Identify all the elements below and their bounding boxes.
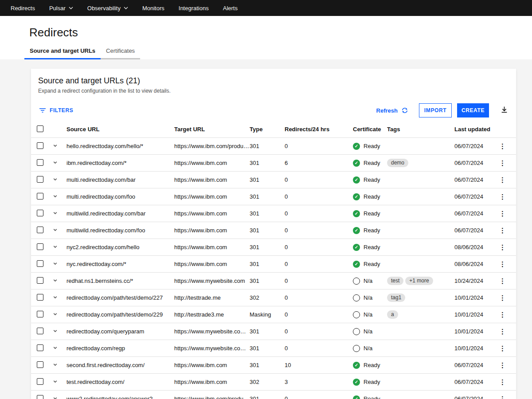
row-checkbox[interactable] [37, 328, 43, 334]
overflow-menu-button[interactable]: ⋮ [497, 243, 509, 251]
overflow-menu-button[interactable]: ⋮ [497, 226, 509, 235]
certificate-cell: Ready [353, 176, 387, 184]
source-url-cell: redirecttoday.com/queryparam [66, 328, 174, 335]
expand-chevron-icon[interactable] [52, 311, 58, 317]
overflow-menu-button[interactable]: ⋮ [497, 260, 509, 268]
row-checkbox[interactable] [37, 210, 43, 216]
download-button[interactable] [500, 105, 509, 116]
source-url-cell: ibm.redirecttoday.com/* [66, 160, 174, 166]
expand-chevron-icon[interactable] [52, 345, 58, 351]
table-row[interactable]: nyc2.redirecttoday.com/hellohttps://www.… [31, 239, 516, 256]
row-checkbox[interactable] [37, 176, 43, 183]
expand-chevron-icon[interactable] [52, 278, 58, 283]
filter-icon [39, 107, 46, 114]
table-row[interactable]: www2.redirecttoday.com/answer?https://ww… [31, 391, 516, 399]
overflow-menu-button[interactable]: ⋮ [497, 293, 509, 302]
refresh-button[interactable]: Refresh [376, 107, 408, 114]
source-url-cell: redirecttoday.com/regp [66, 345, 174, 352]
redirects-cell: 0 [285, 395, 353, 399]
overflow-menu-button[interactable]: ⋮ [497, 209, 509, 218]
nav-item-redirects[interactable]: Redirects [4, 0, 42, 16]
expand-chevron-icon[interactable] [52, 227, 58, 233]
redirects-cell: 0 [285, 278, 353, 284]
expand-chevron-icon[interactable] [52, 176, 58, 182]
certificate-na-icon [353, 328, 360, 335]
certificate-label: Ready [364, 261, 380, 267]
nav-item-pulsar[interactable]: Pulsar [42, 0, 80, 16]
row-checkbox[interactable] [37, 361, 43, 368]
row-checkbox[interactable] [37, 243, 43, 250]
overflow-menu-button[interactable]: ⋮ [497, 395, 509, 399]
table-row[interactable]: redirecttoday.com/path/test/demo/227http… [31, 289, 516, 306]
tab-source-and-target-urls[interactable]: Source and target URLs [24, 43, 101, 59]
import-button[interactable]: IMPORT [419, 103, 452, 117]
row-checkbox[interactable] [37, 294, 43, 301]
nav-item-alerts[interactable]: Alerts [216, 0, 245, 16]
source-url-cell: second.first.redirecttoday.com/ [66, 362, 174, 368]
expand-chevron-icon[interactable] [52, 210, 58, 216]
overflow-menu-button[interactable]: ⋮ [497, 310, 509, 319]
last-updated-cell: 06/07/2024 [454, 395, 494, 399]
row-checkbox[interactable] [37, 378, 43, 385]
row-checkbox[interactable] [37, 344, 43, 351]
source-url-cell: www2.redirecttoday.com/answer? [66, 395, 174, 399]
overflow-menu-button[interactable]: ⋮ [497, 277, 509, 285]
row-checkbox[interactable] [37, 311, 43, 317]
certificate-label: Ready [364, 379, 380, 385]
certificate-cell: Ready [353, 395, 387, 399]
target-url-cell: https://www.ibm.com [174, 362, 250, 368]
expand-chevron-icon[interactable] [52, 193, 58, 199]
expand-chevron-icon[interactable] [52, 328, 58, 334]
type-cell: 301 [250, 328, 285, 335]
nav-item-monitors[interactable]: Monitors [135, 0, 172, 16]
expand-chevron-icon[interactable] [52, 294, 58, 300]
overflow-menu-button[interactable]: ⋮ [497, 344, 509, 352]
overflow-menu-button[interactable]: ⋮ [497, 378, 509, 386]
row-checkbox[interactable] [37, 159, 43, 166]
expand-chevron-icon[interactable] [52, 379, 58, 384]
table-row[interactable]: multiwild.redirecttoday.com/barhttps://w… [31, 205, 516, 222]
expand-chevron-icon[interactable] [52, 261, 58, 266]
table-row[interactable]: ibm.redirecttoday.com/*https://www.ibm.c… [31, 155, 516, 172]
table-row[interactable]: redirecttoday.com/queryparamhttps://www.… [31, 323, 516, 340]
last-updated-cell: 06/07/2024 [454, 210, 494, 217]
filters-button[interactable]: FILTERS [39, 107, 73, 114]
row-checkbox[interactable] [37, 395, 43, 399]
page-title: Redirects [29, 26, 78, 39]
overflow-menu-button[interactable]: ⋮ [497, 142, 509, 150]
row-checkbox[interactable] [37, 260, 43, 267]
row-checkbox[interactable] [37, 277, 43, 284]
table-row[interactable]: nyc.redirecttoday.com/*https://www.ibm.c… [31, 256, 516, 273]
row-checkbox[interactable] [37, 142, 43, 149]
expand-chevron-icon[interactable] [52, 395, 58, 399]
overflow-menu-button[interactable]: ⋮ [497, 327, 509, 336]
row-checkbox[interactable] [37, 227, 43, 233]
nav-item-observability[interactable]: Observability [80, 0, 135, 16]
table-row[interactable]: multi.redirecttoday.com/foohttps://www.i… [31, 188, 516, 205]
overflow-menu-button[interactable]: ⋮ [497, 361, 509, 369]
table-row[interactable]: redhat.ns1.bernsteins.cc/*https://www.my… [31, 273, 516, 289]
expand-chevron-icon[interactable] [52, 244, 58, 250]
overflow-menu-button[interactable]: ⋮ [497, 192, 509, 201]
table-row[interactable]: multi.redirecttoday.com/barhttps://www.i… [31, 172, 516, 188]
table-row[interactable]: redirecttoday.com/path/test/demo/229http… [31, 306, 516, 323]
create-button[interactable]: CREATE [457, 103, 489, 117]
expand-chevron-icon[interactable] [52, 143, 58, 149]
target-url-cell: https://www.ibm.com [174, 193, 250, 200]
table-row[interactable]: redirecttoday.com/regphttps://www.mywebs… [31, 340, 516, 357]
tab-certificates[interactable]: Certificates [101, 43, 140, 59]
table-row[interactable]: hello.redirecttoday.com/hello/*https://w… [31, 138, 516, 155]
tab-label: Certificates [106, 47, 135, 54]
table-row[interactable]: test.redirecttoday.com/https://www.ibm.c… [31, 374, 516, 391]
table-row[interactable]: second.first.redirecttoday.com/https://w… [31, 357, 516, 374]
select-all-checkbox[interactable] [37, 125, 43, 132]
overflow-menu-button[interactable]: ⋮ [497, 176, 509, 184]
expand-chevron-icon[interactable] [52, 160, 58, 165]
table-row[interactable]: multiwild.redirecttoday.com/foohttps://w… [31, 222, 516, 239]
renew-icon [401, 107, 408, 114]
type-cell: Masking [250, 311, 285, 318]
nav-item-integrations[interactable]: Integrations [172, 0, 216, 16]
expand-chevron-icon[interactable] [52, 362, 58, 368]
overflow-menu-button[interactable]: ⋮ [497, 159, 509, 167]
row-checkbox[interactable] [37, 193, 43, 200]
